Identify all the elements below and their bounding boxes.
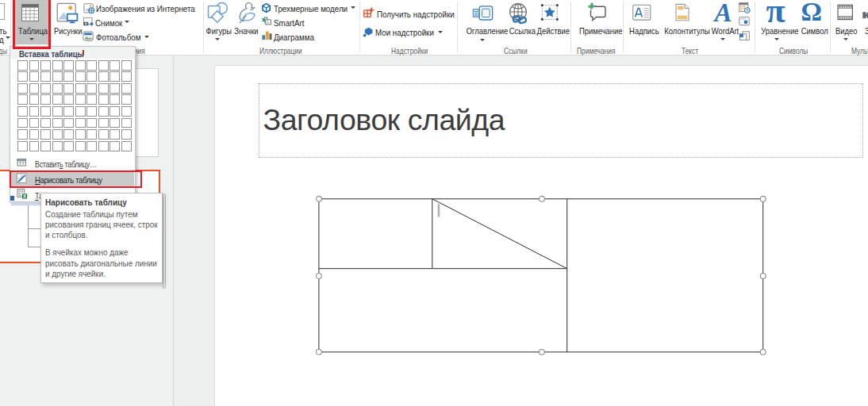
svg-text:X: X: [23, 193, 27, 199]
svg-text:A: A: [713, 0, 732, 27]
svg-text:π: π: [766, 0, 785, 30]
svg-text:Ω: Ω: [801, 0, 822, 26]
